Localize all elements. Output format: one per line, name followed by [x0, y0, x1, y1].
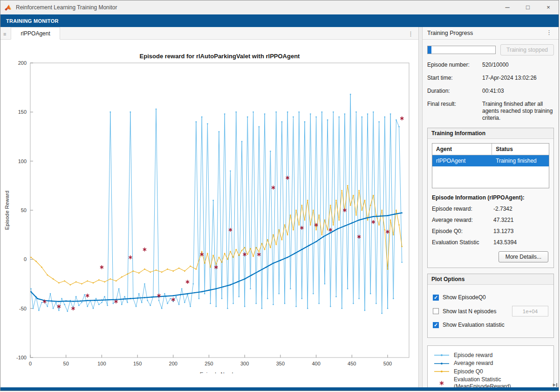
panel-gutter: [419, 27, 422, 387]
chart-legend: Episode reward Average reward Episode Q0…: [427, 345, 554, 387]
episode-number-label: Episode number:: [427, 62, 482, 69]
main-area: ≡ rlPPOAgent ⋮ 0501001502002503003504004…: [0, 27, 559, 387]
svg-text:200: 200: [169, 361, 178, 366]
table-row[interactable]: rlPPOAgent Training finished: [432, 155, 549, 166]
status-column-header[interactable]: Status: [492, 144, 549, 155]
last-n-episodes-input[interactable]: [512, 306, 548, 316]
svg-text:-100: -100: [16, 355, 27, 360]
panel-toggle-icon[interactable]: ≡: [0, 31, 9, 39]
training-progress-panel: Training Progress ⋮ Training stopped Epi…: [422, 27, 559, 387]
training-reward-chart: 050100150200250300350400450500-100-50050…: [1, 41, 416, 373]
training-progress-bar-fill: [428, 46, 431, 54]
episode-information-title: Episode Information (rlPPOAgent):: [432, 194, 549, 201]
app-window: Reinforcement Learning Training Monitor …: [0, 0, 559, 391]
training-stopped-button[interactable]: Training stopped: [500, 44, 554, 55]
matlab-logo-icon: [4, 4, 13, 11]
status-cell: Training finished: [492, 155, 549, 166]
tab-rlppoagent[interactable]: rlPPOAgent: [11, 27, 60, 40]
episode-reward-swatch-icon: [433, 352, 450, 358]
training-progress-header: Training Progress ⋮: [423, 27, 559, 40]
training-progress-title: Training Progress: [427, 30, 473, 36]
legend-episode-q0: Episode Q0: [433, 368, 548, 375]
start-time-label: Start time:: [427, 75, 482, 82]
show-evaluation-statistic-checkbox[interactable]: [433, 322, 439, 328]
svg-text:150: 150: [18, 109, 27, 115]
plot-options-group: Plot Options Show EpisodeQ0 Show last N …: [427, 274, 554, 338]
svg-text:400: 400: [312, 361, 320, 366]
svg-text:200: 200: [18, 60, 27, 66]
duration-row: Duration: 00:41:03: [427, 88, 554, 95]
average-reward-label: Average reward:: [432, 217, 493, 223]
table-empty-area: [432, 166, 549, 188]
minimize-button[interactable]: ─: [497, 0, 518, 14]
show-episode-q0-checkbox[interactable]: [433, 295, 439, 301]
legend-average-reward: Average reward: [433, 360, 548, 366]
chart-panel: ≡ rlPPOAgent ⋮ 0501001502002503003504004…: [0, 27, 419, 387]
show-evaluation-statistic-label: Show Evaluation statistic: [443, 322, 505, 328]
show-evaluation-statistic-option: Show Evaluation statistic: [433, 322, 548, 328]
maximize-button[interactable]: □: [518, 0, 538, 14]
episode-q0-label: Episode Q0:: [432, 228, 493, 234]
episode-reward-label: Episode reward:: [432, 206, 493, 212]
final-result-row: Final result: Training finished after al…: [427, 101, 554, 122]
show-last-n-episodes-option: Show last N episodes: [433, 306, 548, 316]
legend-episode-q0-label: Episode Q0: [454, 368, 483, 375]
svg-text:350: 350: [276, 361, 285, 366]
average-reward-row: Average reward: 47.3221: [432, 217, 549, 223]
episode-number-row: Episode number: 520/10000: [427, 62, 554, 69]
restore-panel-icon[interactable]: ▶: [553, 383, 557, 387]
tab-label: rlPPOAgent: [20, 30, 50, 37]
duration-label: Duration:: [427, 88, 482, 95]
plot-options-title: Plot Options: [428, 274, 553, 285]
episode-q0-value: 13.1273: [493, 228, 513, 234]
start-time-value: 17-Apr-2024 13:02:26: [482, 75, 554, 82]
svg-text:450: 450: [348, 361, 356, 366]
episode-reward-value: -2.7342: [493, 206, 512, 212]
legend-episode-reward-label: Episode reward: [454, 352, 492, 358]
legend-average-reward-label: Average reward: [454, 360, 493, 366]
episode-number-value: 520/10000: [482, 62, 554, 69]
final-result-value: Training finished after all agents reach…: [482, 101, 553, 122]
figure-canvas: 050100150200250300350400450500-100-50050…: [0, 40, 418, 387]
legend-episode-reward: Episode reward: [433, 352, 548, 358]
bottom-collapsed-panel[interactable]: [0, 387, 559, 391]
more-details-button[interactable]: More Details...: [499, 251, 548, 262]
svg-text:Episode reward for rlAutoParki: Episode reward for rlAutoParkingValet wi…: [140, 53, 300, 60]
final-result-label: Final result:: [427, 101, 482, 122]
ribbon-tab-training-monitor[interactable]: TRAINING MONITOR: [6, 18, 59, 24]
show-episode-q0-option: Show EpisodeQ0: [433, 294, 548, 301]
legend-evaluation-statistic-label: Evaluation Statistic (MeanEpisodeReward): [454, 376, 533, 387]
episode-reward-row: Episode reward: -2.7342: [432, 206, 549, 212]
agent-status-table: Agent Status rlPPOAgent Training finishe…: [432, 143, 549, 188]
svg-text:100: 100: [97, 361, 106, 366]
progress-row: Training stopped: [427, 44, 554, 55]
window-title: Reinforcement Learning Training Monitor: [16, 4, 117, 11]
svg-text:0: 0: [29, 361, 32, 366]
svg-text:Episode Reward: Episode Reward: [4, 191, 10, 230]
svg-text:300: 300: [240, 361, 249, 366]
show-last-n-episodes-checkbox[interactable]: [433, 308, 439, 314]
agent-column-header[interactable]: Agent: [432, 144, 492, 155]
svg-text:100: 100: [18, 158, 27, 164]
episode-q0-swatch-icon: [433, 368, 450, 375]
average-reward-value: 47.3221: [493, 217, 513, 223]
svg-text:250: 250: [205, 361, 213, 366]
close-button[interactable]: ×: [538, 0, 559, 14]
svg-text:Episode Number: Episode Number: [200, 371, 240, 373]
svg-text:150: 150: [133, 361, 142, 366]
training-information-title: Training Information: [428, 128, 553, 139]
titlebar: Reinforcement Learning Training Monitor …: [0, 0, 559, 14]
agent-cell: rlPPOAgent: [432, 155, 492, 166]
svg-text:50: 50: [63, 361, 69, 366]
progress-menu-icon[interactable]: ⋮: [541, 29, 557, 38]
evaluation-statistic-asterisk-icon: [433, 380, 450, 386]
show-episode-q0-label: Show EpisodeQ0: [443, 294, 486, 301]
training-information-group: Training Information Agent Status rlPPOA…: [427, 128, 554, 268]
show-last-n-episodes-label: Show last N episodes: [443, 308, 496, 315]
legend-evaluation-statistic: Evaluation Statistic (MeanEpisodeReward): [433, 376, 548, 387]
average-reward-swatch-icon: [433, 360, 450, 367]
evaluation-statistic-row: Evaluation Statistic 143.5394: [432, 239, 549, 246]
svg-text:500: 500: [383, 361, 392, 366]
episode-q0-row: Episode Q0: 13.1273: [432, 228, 549, 234]
chart-menu-icon[interactable]: ⋮: [403, 30, 418, 39]
